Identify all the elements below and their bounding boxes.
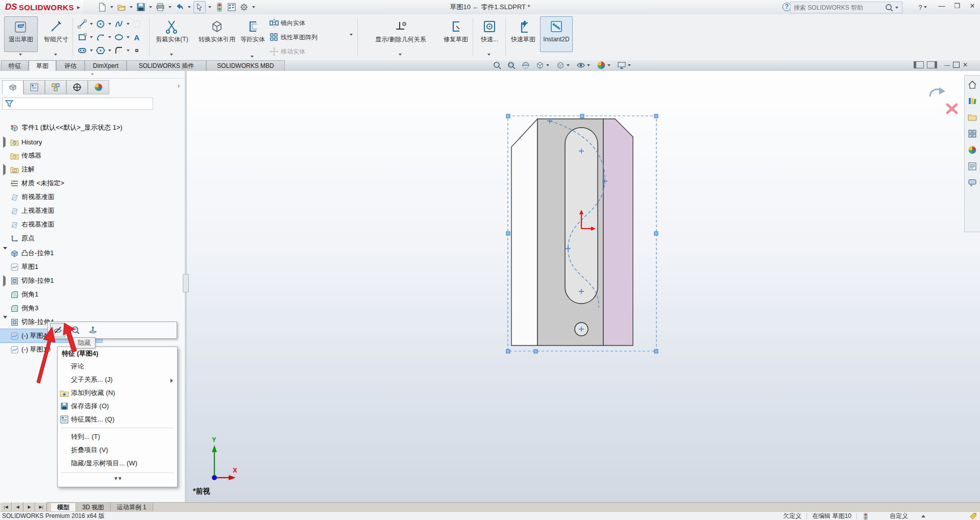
tree-item-origin[interactable]: 原点 [0, 232, 185, 245]
fillet-tool-icon[interactable] [114, 46, 124, 55]
tab-dimxpert[interactable]: DimXpert [85, 60, 127, 71]
ellipse-tool-icon[interactable] [114, 33, 124, 42]
rapid-sketch-button[interactable]: 快速草图 [508, 16, 538, 59]
collapse-arrow[interactable] [3, 316, 7, 326]
panel-collapse-handle[interactable]: ● [0, 71, 185, 79]
expand-arrow[interactable] [3, 164, 6, 176]
tree-item-right-plane[interactable]: 右视基准面 [0, 218, 185, 231]
display-delete-relations-button[interactable]: 显示/删除几何关系 [360, 16, 441, 52]
next-tab-button[interactable]: ▶ [23, 502, 35, 512]
tab-3d-views[interactable]: 3D 视图 [76, 503, 111, 512]
pattern-dropdown[interactable] [348, 36, 354, 43]
appearances-icon[interactable] [966, 144, 978, 156]
section-view-icon[interactable] [521, 61, 530, 70]
doc-close-icon[interactable]: ✕ [963, 61, 968, 68]
circle-tool-icon[interactable] [96, 19, 105, 29]
arc-tool-icon[interactable] [96, 33, 105, 42]
tree-item-top-plane[interactable]: 上视基准面 [0, 204, 185, 217]
print-dropdown[interactable] [168, 6, 172, 8]
save-dropdown[interactable] [149, 6, 152, 8]
tree-item-chamfer3[interactable]: 倒角3 [0, 302, 185, 315]
tree-item-sketch1[interactable]: 草图1 [0, 260, 185, 274]
exit-sketch-flyout[interactable] [4, 51, 37, 58]
tree-root-part[interactable]: 零件1 (默认<<默认>_显示状态 1>) [0, 121, 185, 134]
smart-dimension-button[interactable]: 智能尺寸 [41, 16, 71, 52]
last-tab-button[interactable]: ▶| [35, 502, 47, 512]
menu-expand-chevron[interactable]: ▼▼ [58, 476, 177, 481]
settings-gear-icon[interactable] [238, 2, 250, 13]
part-sketch-view[interactable] [500, 110, 669, 360]
units-selector[interactable]: 自定义 [890, 512, 908, 520]
convert-entities-button[interactable]: 转换实体引用 [194, 16, 240, 52]
prev-tab-button[interactable]: ◀ [12, 502, 23, 512]
tab-mbd[interactable]: SOLIDWORKS MBD [206, 60, 285, 71]
undo-dropdown[interactable] [188, 6, 191, 8]
tree-item-front-plane[interactable]: 前视基准面 [0, 190, 185, 204]
featuremanager-tab[interactable] [2, 80, 23, 94]
pane-left-icon[interactable] [914, 61, 924, 68]
resources-home-icon[interactable] [966, 79, 978, 91]
fillet-dropdown[interactable] [127, 49, 130, 52]
normal-to-button[interactable] [86, 324, 100, 337]
ellipse-dropdown[interactable] [127, 36, 130, 38]
trim-entities-button[interactable]: 剪裁实体(T) [151, 16, 193, 52]
menu-item-hide-show-tree[interactable]: 隐藏/显示树项目... (W) [58, 457, 177, 469]
circle-dropdown[interactable] [108, 23, 111, 25]
display-style-icon[interactable] [556, 61, 571, 70]
tab-sketch[interactable]: 草图 [29, 60, 56, 71]
search-icon[interactable] [885, 3, 894, 12]
smart-dimension-flyout[interactable] [41, 51, 70, 58]
tree-item-boss-extrude1[interactable]: 凸台-拉伸1 [0, 246, 185, 260]
tab-motion-study[interactable]: 运动算例 1 [111, 503, 153, 512]
trim-flyout[interactable] [151, 51, 192, 58]
new-document-icon[interactable] [96, 2, 108, 13]
rectangle-tool-icon[interactable] [78, 33, 87, 42]
panel-expand-chevron[interactable]: › [178, 82, 180, 89]
rebuild-traffic-light-icon[interactable] [214, 2, 225, 13]
tree-item-material[interactable]: 材质 <未指定> [0, 177, 185, 190]
search-input[interactable] [793, 4, 885, 12]
quick-snaps-flyout[interactable] [476, 51, 502, 58]
tree-item-sensors[interactable]: 传感器 [0, 149, 185, 162]
tab-features[interactable]: 特征 [1, 60, 29, 71]
settings-dropdown[interactable] [252, 6, 255, 8]
open-dropdown[interactable] [130, 6, 133, 8]
zoom-area-icon[interactable] [507, 61, 516, 70]
spline-tool-icon[interactable] [114, 19, 124, 29]
tree-item-cut-extrude1[interactable]: 切除-拉伸1 [0, 274, 185, 287]
graphics-viewport[interactable]: Y X *前视 [187, 71, 980, 502]
repair-sketch-button[interactable]: 修复草图 [442, 16, 470, 59]
configurationmanager-tab[interactable] [45, 80, 66, 94]
expand-arrow[interactable] [3, 136, 6, 148]
tree-item-chamfer1[interactable]: 倒角1 [0, 288, 185, 301]
tree-item-annotations[interactable]: A 注解 [0, 163, 185, 176]
dimxpertmanager-tab[interactable] [66, 80, 88, 94]
spline-dropdown[interactable] [127, 23, 130, 25]
quick-snaps-button[interactable]: 快速... [476, 16, 503, 52]
zoom-fit-icon[interactable] [493, 61, 502, 70]
view-settings-icon[interactable] [617, 61, 632, 70]
print-icon[interactable] [155, 2, 166, 13]
tree-filter[interactable] [2, 97, 153, 110]
polygon-tool-icon[interactable] [96, 46, 105, 55]
menu-item-comment[interactable]: 评论 [58, 360, 177, 373]
edit-appearance-icon[interactable] [597, 61, 612, 70]
doc-minimize-icon[interactable]: — [944, 62, 950, 68]
menu-item-go-to[interactable]: 转到... (T) [58, 431, 177, 443]
linear-pattern-button[interactable]: 线性草图阵列 [270, 33, 317, 42]
menu-item-add-to-favorites[interactable]: 添加到收藏 (N) [58, 387, 177, 399]
select-arrow-icon[interactable] [193, 1, 206, 13]
file-explorer-icon[interactable] [966, 111, 978, 123]
splitter-grip[interactable] [183, 274, 189, 292]
offset-flyout[interactable] [240, 53, 264, 60]
undo-icon[interactable] [174, 2, 185, 13]
tree-item-history[interactable]: History [0, 135, 185, 148]
pane-right-icon[interactable] [927, 61, 937, 68]
mirror-entities-button[interactable]: 镜向实体 [270, 18, 305, 28]
rectangle-dropdown[interactable] [90, 36, 93, 38]
restore-button[interactable]: ❐ [949, 0, 965, 11]
custom-properties-icon[interactable] [966, 160, 978, 172]
select-dropdown[interactable] [208, 6, 211, 8]
doc-restore-icon[interactable] [953, 62, 960, 68]
zoom-to-selection-button[interactable] [68, 324, 83, 337]
